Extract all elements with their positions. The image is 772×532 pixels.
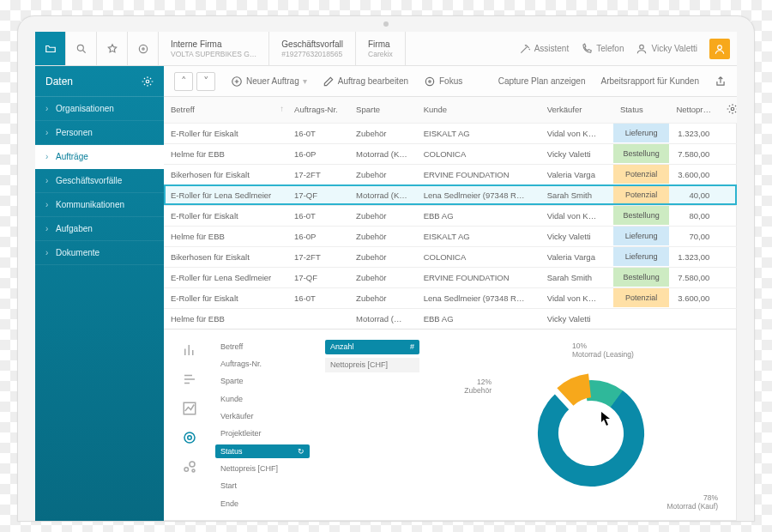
col-label: Betreff (171, 105, 195, 114)
field-item[interactable]: Betreff (215, 340, 310, 354)
cell-sparte: Zubehör (349, 205, 417, 226)
col-auftrag[interactable]: Auftrags-Nr. (287, 97, 349, 123)
line-chart-icon[interactable] (179, 400, 200, 417)
cell-sparte: Zubehör (349, 287, 417, 308)
cell-blank (720, 246, 737, 267)
field-item[interactable]: Kunde (215, 392, 310, 406)
table-row[interactable]: E-Roller für Eiskalt16-0TZubehörEBB AGVi… (164, 205, 737, 226)
cell-verkaeufer: Sarah Smith (540, 267, 613, 287)
field-item[interactable]: Projektleiter (215, 426, 310, 440)
cell-preis: 7.580,00 (669, 267, 720, 287)
col-kunde[interactable]: Kunde (417, 97, 540, 123)
page-up-button[interactable]: ˄ (174, 72, 193, 91)
body: Daten ›Organisationen›Personen›Aufträge›… (35, 66, 737, 521)
target-icon[interactable] (128, 32, 159, 65)
sidebar-item-personen[interactable]: ›Personen (35, 121, 164, 145)
cell-verkaeufer: Vidal von K… (540, 287, 613, 308)
cell-kunde: ERVINE FOUNDATION (417, 267, 540, 287)
table-row[interactable]: Helme für EBB16-0PMotorrad (K…COLONICAVi… (164, 143, 737, 164)
field-item[interactable]: Nettopreis [CHF] (215, 462, 310, 475)
table-row[interactable]: E-Roller für Lena Sedlmeier17-QFMotorrad… (164, 184, 737, 205)
col-verkaeufer[interactable]: Verkäufer (540, 97, 613, 123)
table-row[interactable]: E-Roller für Eiskalt16-0TZubehörEISKALT … (164, 123, 737, 143)
measure-symbol: # (410, 342, 414, 351)
table: Betreff↑ Auftrags-Nr. Sparte Kunde Verkä… (164, 97, 737, 329)
titlebar-spacer (406, 32, 512, 65)
field-item[interactable]: Status↻ (215, 444, 310, 458)
cell-kunde: EBB AG (417, 205, 540, 226)
measure-label: Nettopreis [CHF] (330, 360, 388, 369)
device-frame: Interne Firma VOLTA SUPERBIKES G… Geschä… (17, 15, 755, 522)
star-icon[interactable] (97, 32, 128, 65)
cell-auftrag: 17-QF (287, 184, 349, 205)
gear-icon[interactable] (142, 76, 154, 88)
field-label: Projektleiter (220, 429, 262, 438)
assistent-button[interactable]: Assistent (519, 43, 570, 55)
page-down-button[interactable]: ˅ (196, 72, 215, 91)
field-item[interactable]: Start (215, 479, 310, 493)
donut-chart-icon[interactable] (179, 429, 200, 446)
field-label: Start (220, 481, 237, 490)
table-row[interactable]: Bikerhosen für Eiskalt17-2FTZubehörERVIN… (164, 164, 737, 184)
sidebar-item-label: Aufgaben (56, 224, 93, 233)
telefon-button[interactable]: Telefon (581, 43, 624, 55)
field-label: Nettopreis [CHF] (220, 464, 278, 473)
sidebar-item-aufgaben[interactable]: ›Aufgaben (35, 217, 164, 241)
user-button[interactable]: Vicky Valetti (636, 43, 697, 55)
svg-point-2 (142, 47, 143, 49)
table-row[interactable]: Helme für EBB16-0PZubehörEISKALT AGVicky… (164, 226, 737, 246)
field-item[interactable]: Sparte (215, 374, 310, 388)
telefon-label: Telefon (596, 44, 624, 53)
bubble-chart-icon[interactable] (179, 458, 200, 475)
new-order-button[interactable]: Neuer Auftrag ▾ (231, 76, 307, 88)
cell-sparte: Motorrad (… (349, 308, 417, 329)
avatar[interactable] (709, 39, 730, 59)
assistent-label: Assistent (534, 44, 570, 53)
new-order-label: Neuer Auftrag (246, 76, 299, 86)
bar-chart-icon[interactable] (179, 342, 200, 359)
cell-auftrag: 16-0P (287, 226, 349, 246)
edit-order-button[interactable]: Auftrag bearbeiten (323, 76, 408, 88)
field-item[interactable]: Verkäufer (215, 409, 310, 423)
field-item[interactable]: Auftrags-Nr. (215, 357, 310, 371)
capture-plan-button[interactable]: Capture Plan anzeigen (498, 76, 586, 86)
breadcrumb-firma-intern[interactable]: Interne Firma VOLTA SUPERBIKES G… (159, 32, 269, 65)
col-status[interactable]: Status (613, 97, 669, 123)
measure-nettopreis[interactable]: Nettopreis [CHF] (325, 358, 419, 372)
measure-anzahl[interactable]: Anzahl # (325, 340, 419, 354)
cell-auftrag: 16-0P (287, 143, 349, 164)
breadcrumb-firma[interactable]: Firma Carekix (356, 32, 406, 65)
chevron-right-icon: › (45, 200, 51, 209)
table-row[interactable]: Bikerhosen für Eiskalt17-2FTZubehörCOLON… (164, 246, 737, 267)
cell-sparte: Zubehör (349, 123, 417, 143)
cell-verkaeufer: Vidal von K… (540, 205, 613, 226)
col-betreff[interactable]: Betreff↑ (164, 97, 287, 123)
sidebar-item-kommunikationen[interactable]: ›Kommunikationen (35, 193, 164, 217)
table-row[interactable]: E-Roller für Lena Sedlmeier17-QFZubehörE… (164, 267, 737, 287)
arbeitsrapport-button[interactable]: Arbeitsrapport für Kunden (600, 76, 699, 86)
field-item[interactable]: Ende (215, 497, 310, 511)
edit-order-label: Auftrag bearbeiten (338, 76, 408, 86)
table-row[interactable]: E-Roller für Eiskalt16-0TZubehörLena Sed… (164, 287, 737, 308)
export-icon[interactable] (715, 76, 727, 88)
sidebar-item-geschäftsvorfälle[interactable]: ›Geschäftsvorfälle (35, 169, 164, 193)
sidebar-item-aufträge[interactable]: ›Aufträge (35, 145, 164, 169)
cell-kunde: Lena Sedlmeier (97348 R… (417, 184, 540, 205)
field-list: BetreffAuftrags-Nr.SparteKundeVerkäuferP… (215, 340, 310, 511)
table-row[interactable]: Helme für EBBMotorrad (…EBB AGVicky Vale… (164, 308, 737, 329)
sidebar-item-organisationen[interactable]: ›Organisationen (35, 97, 164, 121)
hbar-chart-icon[interactable] (179, 371, 200, 388)
crumb-label: Geschäftsvorfall (281, 39, 343, 49)
search-icon[interactable] (66, 32, 97, 65)
folder-icon[interactable] (35, 32, 66, 65)
field-label: Kunde (220, 395, 243, 403)
col-sparte[interactable]: Sparte (349, 97, 417, 123)
cell-status: Potenzial (613, 184, 669, 205)
col-nettopreis[interactable]: Nettopreis (669, 97, 720, 123)
sidebar-item-dokumente[interactable]: ›Dokumente (35, 241, 164, 265)
table-header-row: Betreff↑ Auftrags-Nr. Sparte Kunde Verkä… (164, 97, 737, 123)
breadcrumb-geschaeftsvorfall[interactable]: Geschäftsvorfall #19277632018565 (269, 32, 356, 65)
col-settings[interactable] (720, 97, 737, 123)
cell-betreff: Helme für EBB (164, 308, 287, 329)
fokus-button[interactable]: Fokus (424, 76, 462, 88)
